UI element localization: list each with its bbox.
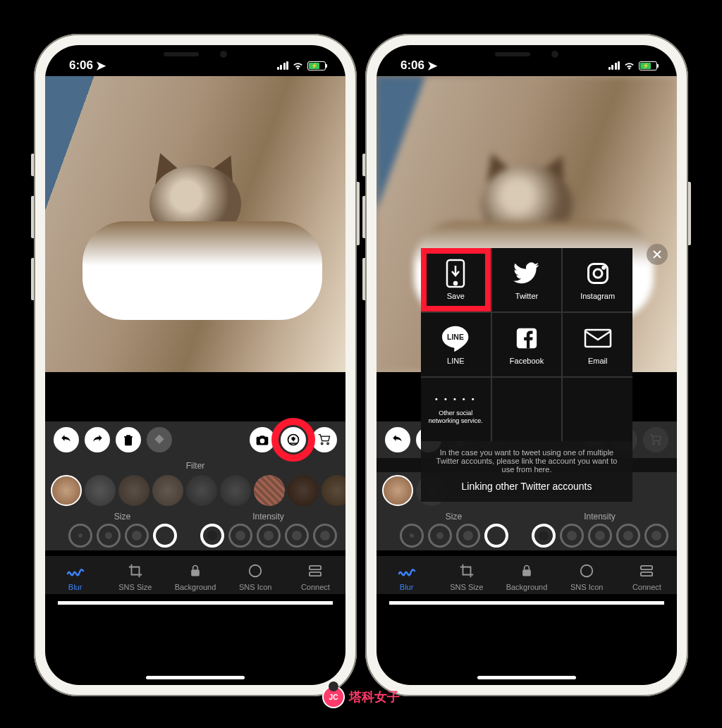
bottom-tabs: Blur SNS Size Background SNS Icon Connec… xyxy=(377,556,677,594)
intensity-option[interactable] xyxy=(200,524,224,548)
filter-swatch[interactable] xyxy=(85,475,116,506)
share-save[interactable]: Save xyxy=(421,248,491,311)
size-option[interactable] xyxy=(125,524,149,548)
location-icon: ➤ xyxy=(96,58,106,73)
tab-sns-icon[interactable]: SNS Icon xyxy=(557,562,617,591)
location-icon: ➤ xyxy=(427,58,437,73)
intensity-controls[interactable] xyxy=(200,524,337,548)
filter-swatch[interactable] xyxy=(152,475,183,506)
intensity-label: Intensity xyxy=(252,512,284,522)
size-option[interactable] xyxy=(153,524,177,548)
filter-label: Filter xyxy=(45,458,345,472)
lock-icon xyxy=(186,562,204,580)
share-line[interactable]: LINE LINE xyxy=(421,313,491,376)
intensity-option[interactable] xyxy=(313,524,337,548)
svg-rect-16 xyxy=(641,566,652,569)
filter-swatch[interactable] xyxy=(51,475,82,506)
size-option[interactable] xyxy=(97,524,121,548)
tab-background[interactable]: Background xyxy=(496,562,556,591)
watermark: JC 塔科女子 xyxy=(322,686,400,708)
intensity-controls[interactable] xyxy=(532,524,668,548)
tab-connect[interactable]: Connect xyxy=(617,562,677,591)
undo-button[interactable] xyxy=(54,427,79,452)
svg-point-9 xyxy=(602,266,604,269)
lock-icon xyxy=(518,562,536,580)
svg-text:LINE: LINE xyxy=(447,333,464,341)
circle-icon xyxy=(577,562,596,580)
status-time: 6:06 xyxy=(400,58,424,73)
progress-bar xyxy=(58,601,333,605)
share-email[interactable]: Email xyxy=(563,313,632,376)
size-label: Size xyxy=(446,512,462,522)
bottom-tabs: Blur SNS Size Background SNS Icon Connec… xyxy=(45,556,345,594)
intensity-option[interactable] xyxy=(285,524,309,548)
home-indicator[interactable] xyxy=(477,676,576,679)
download-button[interactable] xyxy=(281,427,306,452)
filter-swatch[interactable] xyxy=(186,475,217,506)
svg-rect-17 xyxy=(641,572,652,576)
intensity-option[interactable] xyxy=(257,524,281,548)
filter-swatch[interactable] xyxy=(220,475,251,506)
redo-button[interactable] xyxy=(85,427,110,452)
tab-connect[interactable]: Connect xyxy=(286,562,345,591)
filter-swatch[interactable] xyxy=(382,475,413,506)
photo-canvas[interactable] xyxy=(45,76,345,372)
size-option[interactable] xyxy=(68,524,92,548)
svg-rect-3 xyxy=(310,566,321,569)
filter-row[interactable] xyxy=(45,472,345,509)
size-option[interactable] xyxy=(456,524,480,548)
undo-button[interactable] xyxy=(385,427,410,452)
cart-button[interactable] xyxy=(643,427,668,452)
tab-background[interactable]: Background xyxy=(165,562,225,591)
filter-swatch[interactable] xyxy=(118,475,149,506)
share-other-sns[interactable]: • • • • • Other social networking servic… xyxy=(421,378,491,441)
close-button[interactable] xyxy=(647,244,668,265)
twitter-icon xyxy=(513,259,541,288)
action-row xyxy=(45,421,345,458)
watermark-text: 塔科女子 xyxy=(349,689,400,705)
tab-blur[interactable]: Blur xyxy=(377,562,436,591)
svg-rect-12 xyxy=(585,330,611,347)
size-controls[interactable] xyxy=(400,524,508,548)
intensity-label: Intensity xyxy=(584,512,616,522)
filter-swatch[interactable] xyxy=(288,475,319,506)
signal-icon xyxy=(277,61,289,70)
intensity-option[interactable] xyxy=(532,524,556,548)
share-instagram[interactable]: Instagram xyxy=(563,248,632,311)
share-twitter[interactable]: Twitter xyxy=(492,248,562,311)
size-option[interactable] xyxy=(400,524,424,548)
home-indicator[interactable] xyxy=(146,676,245,679)
share-facebook[interactable]: Facebook xyxy=(492,313,562,376)
status-time: 6:06 xyxy=(69,58,93,73)
tab-blur[interactable]: Blur xyxy=(45,562,105,591)
intensity-option[interactable] xyxy=(616,524,640,548)
size-option[interactable] xyxy=(428,524,452,548)
save-to-phone-icon xyxy=(441,259,470,288)
intensity-option[interactable] xyxy=(228,524,252,548)
circle-icon xyxy=(246,562,264,580)
filter-swatch[interactable] xyxy=(322,475,345,506)
battery-icon: ⚡ xyxy=(639,61,657,70)
tab-sns-icon[interactable]: SNS Icon xyxy=(226,562,286,591)
camera-button[interactable] xyxy=(250,427,275,452)
shape-button[interactable] xyxy=(147,427,172,452)
svg-point-6 xyxy=(454,282,457,285)
blur-icon xyxy=(66,562,85,580)
intensity-option[interactable] xyxy=(588,524,612,548)
intensity-option[interactable] xyxy=(560,524,584,548)
size-option[interactable] xyxy=(484,524,508,548)
line-icon: LINE xyxy=(441,324,470,352)
size-controls[interactable] xyxy=(68,524,177,548)
intensity-option[interactable] xyxy=(644,524,668,548)
filter-swatch[interactable] xyxy=(254,475,285,506)
svg-rect-14 xyxy=(522,569,531,576)
progress-bar xyxy=(389,601,664,605)
tab-sns-size[interactable]: SNS Size xyxy=(105,562,165,591)
share-sheet: Save Twitter Instagram xyxy=(421,248,632,502)
trash-button[interactable] xyxy=(116,427,141,452)
share-empty xyxy=(563,378,632,441)
link-twitter-button[interactable]: Linking other Twitter accounts xyxy=(431,481,623,492)
tab-sns-size[interactable]: SNS Size xyxy=(436,562,496,591)
email-icon xyxy=(584,324,612,352)
cart-button[interactable] xyxy=(312,427,337,452)
